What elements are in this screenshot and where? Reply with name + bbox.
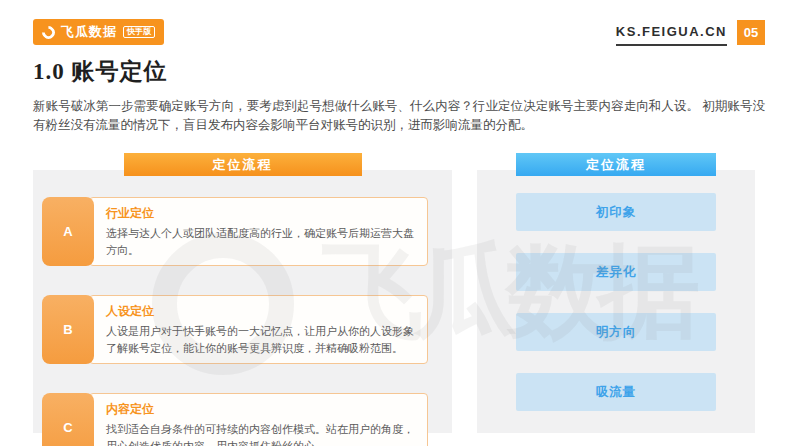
step-list: 初印象 差异化 明方向 吸流量 (516, 193, 716, 411)
intro-paragraph: 新账号破冰第一步需要确定账号方向，要考虑到起号想做什么账号、什么内容？行业定位决… (33, 97, 765, 136)
page-number-badge: 05 (737, 20, 765, 45)
site-url: KS.FEIGUA.CN (616, 24, 727, 46)
item-card-a: 行业定位 选择与达人个人或团队适配度高的行业，确定账号后期运营大盘方向。 (89, 197, 428, 266)
item-desc: 选择与达人个人或团队适配度高的行业，确定账号后期运营大盘方向。 (106, 225, 415, 258)
process-item-b: B 人设定位 人设是用户对于快手账号的一大记忆点，让用户从你的人设形象了解账号定… (42, 295, 428, 364)
item-title: 行业定位 (106, 205, 415, 222)
item-card-b: 人设定位 人设是用户对于快手账号的一大记忆点，让用户从你的人设形象了解账号定位，… (89, 295, 428, 364)
process-list: A 行业定位 选择与达人个人或团队适配度高的行业，确定账号后期运营大盘方向。 B… (42, 197, 428, 446)
step-clear-direction: 明方向 (516, 313, 716, 351)
left-panel-header: 定位流程 (124, 153, 362, 176)
report-page: 飞瓜数据 快手版 KS.FEIGUA.CN 05 1.0 账号定位 新账号破冰第… (0, 0, 793, 446)
logo-edition-badge: 快手版 (123, 26, 155, 39)
feigua-logo: 飞瓜数据 快手版 (33, 19, 164, 45)
step-differentiation: 差异化 (516, 253, 716, 291)
item-badge-b: B (42, 295, 94, 364)
item-desc: 找到适合自身条件的可持续的内容创作模式。站在用户的角度，用心创造优质的内容，用内… (106, 421, 415, 446)
step-first-impression: 初印象 (516, 193, 716, 231)
section-title: 1.0 账号定位 (33, 56, 168, 87)
positioning-process-panel: 定位流程 A 行业定位 选择与达人个人或团队适配度高的行业，确定账号后期运营大盘… (33, 170, 452, 433)
item-title: 内容定位 (106, 401, 415, 418)
item-badge-a: A (42, 197, 94, 266)
logo-brand-text: 飞瓜数据 (61, 23, 117, 41)
item-badge-c: C (42, 393, 94, 446)
process-item-c: C 内容定位 找到适合自身条件的可持续的内容创作模式。站在用户的角度，用心创造优… (42, 393, 428, 446)
item-title: 人设定位 (106, 303, 415, 320)
process-item-a: A 行业定位 选择与达人个人或团队适配度高的行业，确定账号后期运营大盘方向。 (42, 197, 428, 266)
item-desc: 人设是用户对于快手账号的一大记忆点，让用户从你的人设形象了解账号定位，能让你的账… (106, 323, 415, 356)
item-card-c: 内容定位 找到适合自身条件的可持续的内容创作模式。站在用户的角度，用心创造优质的… (89, 393, 428, 446)
step-attract-traffic: 吸流量 (516, 373, 716, 411)
feigua-swirl-icon (39, 23, 57, 41)
right-panel-header: 定位流程 (516, 153, 716, 176)
positioning-steps-panel: 定位流程 初印象 差异化 明方向 吸流量 (477, 170, 755, 433)
